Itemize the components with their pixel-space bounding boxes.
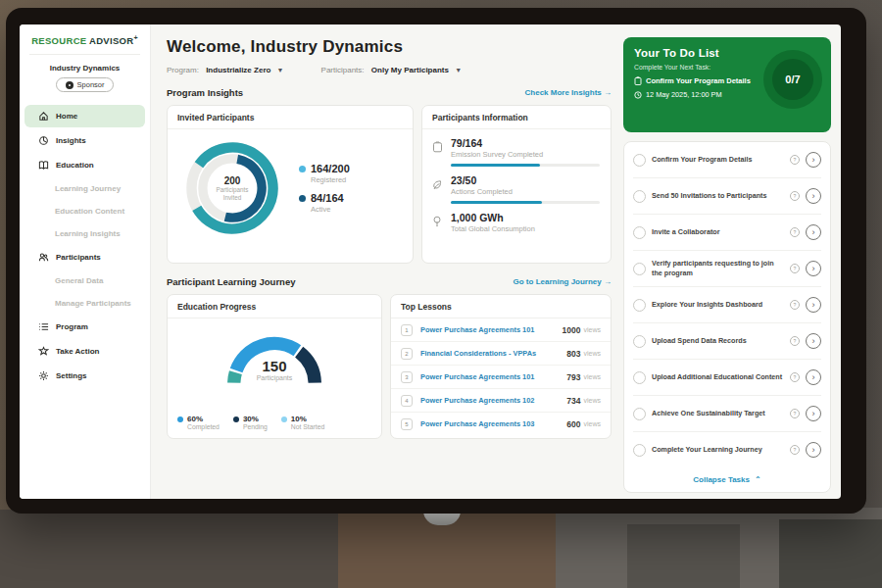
task-row: Complete Your Learning Journey ? › <box>633 432 821 467</box>
legend-item-completed: 60% Completed <box>177 415 220 430</box>
task-row: Upload Spend Data Records ? › <box>633 323 821 360</box>
card-title: Top Lessons <box>391 295 611 318</box>
chevron-down-icon: ▼ <box>455 67 462 74</box>
sidebar-item-settings[interactable]: Settings <box>24 365 145 387</box>
sidebar-item-learning-journey[interactable]: Learning Journey <box>24 178 145 199</box>
card-title: Participants Information <box>422 106 611 129</box>
task-open-button[interactable]: › <box>806 297 821 313</box>
insights-icon <box>38 135 49 146</box>
collapse-tasks-link[interactable]: Collapse Tasks ⌃ <box>633 467 821 492</box>
learning-journey-title: Participant Learning Journey <box>167 276 295 287</box>
education-icon <box>38 160 49 171</box>
task-row: Achieve One Sustainability Target ? › <box>633 396 821 432</box>
top-lessons-card: Top Lessons 1 Power Purchase Agreements … <box>390 294 612 439</box>
task-info-icon[interactable]: ? <box>790 227 800 237</box>
task-info-icon[interactable]: ? <box>790 409 800 418</box>
task-open-button[interactable]: › <box>806 333 821 349</box>
task-info-icon[interactable]: ? <box>790 445 800 455</box>
task-info-icon[interactable]: ? <box>790 300 800 310</box>
lesson-link[interactable]: Power Purchase Agreements 101 <box>420 372 566 381</box>
todo-summary-card: Your To Do List Complete Your Next Task:… <box>623 37 831 132</box>
legend-dot <box>177 416 183 422</box>
sidebar-item-education-content[interactable]: Education Content <box>24 201 145 221</box>
sidebar-item-manage-participants[interactable]: Manage Participants <box>24 293 145 314</box>
task-row: Send 50 Invitations to Participants ? › <box>633 178 821 215</box>
legend-dot <box>281 416 287 422</box>
sidebar-item-label: Insights <box>56 136 86 145</box>
arrow-right-icon: → <box>604 88 612 97</box>
chevron-down-icon: ▼ <box>277 67 284 74</box>
participants-filter[interactable]: Participants: Only My Participants ▼ <box>321 66 463 74</box>
sidebar-item-label: Learning Insights <box>55 229 121 238</box>
legend-dot <box>233 416 239 422</box>
lesson-row: 2 Financial Considerations - VPPAs 803 v… <box>391 342 611 366</box>
sponsor-badge-label: Sponsor <box>77 80 105 89</box>
lesson-rank: 1 <box>401 324 413 336</box>
task-checkbox[interactable] <box>633 226 646 239</box>
lesson-link[interactable]: Power Purchase Agreements 101 <box>420 325 563 334</box>
invited-participants-donut-chart: 200 Participants Invited <box>179 135 285 241</box>
todo-progress-ring: 0/7 <box>763 50 822 109</box>
legend-item-registered: 164/200 Registered <box>299 163 350 184</box>
task-checkbox[interactable] <box>633 444 646 457</box>
sidebar-item-general-data[interactable]: General Data <box>24 270 145 291</box>
actions-icon <box>432 179 443 190</box>
lesson-row: 3 Power Purchase Agreements 101 793 view… <box>391 366 611 389</box>
donut-legend: 164/200 Registered 84/164 Active <box>299 155 350 221</box>
task-open-button[interactable]: › <box>806 188 821 204</box>
page-title: Welcome, Industry Dynamics <box>167 37 612 57</box>
task-checkbox[interactable] <box>633 299 646 312</box>
go-to-learning-journey-link[interactable]: Go to Learning Journey → <box>514 277 612 286</box>
task-checkbox[interactable] <box>633 408 646 420</box>
check-more-insights-link[interactable]: Check More Insights → <box>525 88 612 97</box>
lesson-link[interactable]: Power Purchase Agreements 102 <box>420 396 566 405</box>
task-checkbox[interactable] <box>633 190 646 203</box>
task-checkbox[interactable] <box>633 154 646 167</box>
task-info-icon[interactable]: ? <box>790 336 800 346</box>
donut-center-value: 200 <box>224 175 241 186</box>
sidebar-item-take-action[interactable]: Take Action <box>24 340 145 363</box>
sidebar-item-insights[interactable]: Insights <box>24 129 145 152</box>
sidebar-item-label: Take Action <box>56 347 99 356</box>
task-info-icon[interactable]: ? <box>790 191 800 201</box>
task-info-icon[interactable]: ? <box>790 372 800 382</box>
lesson-link[interactable]: Financial Considerations - VPPAs <box>420 349 566 358</box>
task-open-button[interactable]: › <box>806 152 821 168</box>
gauge-center-label: Participants <box>211 374 338 381</box>
info-row-survey: 79/164 Emission Survey Completed <box>422 129 611 167</box>
task-open-button[interactable]: › <box>806 224 821 240</box>
task-info-icon[interactable]: ? <box>790 155 800 165</box>
task-open-button[interactable]: › <box>806 369 821 385</box>
lesson-rank: 2 <box>401 348 413 360</box>
sidebar-item-learning-insights[interactable]: Learning Insights <box>24 223 145 244</box>
program-filter[interactable]: Program: Industrialize Zero ▼ <box>167 66 284 74</box>
todo-task-list: Confirm Your Program Details ? › Send 50… <box>623 141 831 493</box>
task-checkbox[interactable] <box>633 371 646 384</box>
participants-information-card: Participants Information 79/164 Emission… <box>421 105 612 264</box>
lesson-link[interactable]: Power Purchase Agreements 103 <box>420 419 566 428</box>
sidebar-item-label: Education <box>56 161 94 170</box>
main-content: Welcome, Industry Dynamics Program: Indu… <box>151 24 623 499</box>
legend-dot <box>299 166 306 172</box>
program-icon <box>38 321 49 332</box>
participants-icon <box>38 252 49 263</box>
task-open-button[interactable]: › <box>806 442 821 458</box>
sidebar-item-participants[interactable]: Participants <box>24 246 145 269</box>
task-open-button[interactable]: › <box>806 261 821 276</box>
sidebar-item-education[interactable]: Education <box>24 154 145 176</box>
sponsor-badge: Sponsor <box>56 77 115 92</box>
sidebar-item-label: Home <box>56 112 77 121</box>
sidebar-nav: Home Insights Education Learning Journey… <box>20 105 150 387</box>
task-checkbox[interactable] <box>633 335 646 348</box>
sidebar: RESOURCE ADVISOR+ Industry Dynamics Spon… <box>20 24 151 499</box>
todo-due-date: 12 May 2025, 12:00 PM <box>646 90 721 99</box>
sidebar-item-home[interactable]: Home <box>24 105 145 127</box>
sidebar-item-program[interactable]: Program <box>24 316 145 338</box>
home-icon <box>38 111 49 122</box>
task-row: Verify participants requesting to join t… <box>633 251 821 287</box>
todo-panel: Your To Do List Complete Your Next Task:… <box>623 24 841 499</box>
task-open-button[interactable]: › <box>806 406 821 421</box>
participants-filter-value: Only My Participants <box>371 66 449 74</box>
task-info-icon[interactable]: ? <box>790 264 800 273</box>
task-checkbox[interactable] <box>633 263 646 275</box>
